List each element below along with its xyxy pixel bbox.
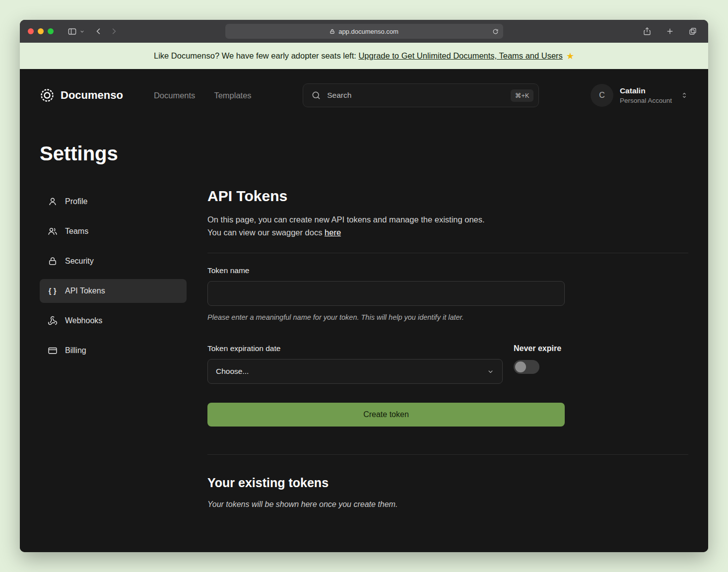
- nav-templates[interactable]: Templates: [214, 91, 251, 100]
- upgrade-link[interactable]: Upgrade to Get Unlimited Documents, Team…: [358, 51, 562, 61]
- search-icon: [311, 90, 321, 100]
- lock-icon: [330, 29, 335, 34]
- create-token-button[interactable]: Create token: [207, 403, 565, 427]
- reload-icon[interactable]: [492, 28, 499, 35]
- account-menu[interactable]: C Catalin Personal Account: [591, 84, 688, 107]
- sidebar-item-label: Profile: [65, 197, 87, 206]
- promo-text: Like Documenso? We have few early adopte…: [154, 51, 358, 61]
- divider: [207, 253, 688, 253]
- forward-button[interactable]: [106, 24, 121, 39]
- new-tab-icon[interactable]: [662, 24, 677, 39]
- divider: [207, 454, 688, 455]
- tab-overview-chevron-icon[interactable]: [79, 29, 86, 34]
- star-icon: ★: [566, 51, 574, 62]
- sidebar-item-webhooks[interactable]: Webhooks: [40, 309, 187, 333]
- avatar: C: [591, 84, 613, 107]
- expiration-selected-value: Choose...: [216, 367, 249, 376]
- address-bar[interactable]: app.documenso.com: [225, 24, 503, 39]
- sidebar-item-security[interactable]: Security: [40, 249, 187, 273]
- close-window-button[interactable]: [28, 28, 34, 34]
- app-header: Documenso Documents Templates Search ⌘+K…: [40, 69, 688, 122]
- webhook-icon: [48, 316, 58, 326]
- share-icon[interactable]: [640, 24, 655, 39]
- sidebar-item-label: Webhooks: [65, 316, 102, 325]
- url-text: app.documenso.com: [338, 28, 398, 35]
- brand-name: Documenso: [61, 89, 123, 102]
- token-name-input[interactable]: [207, 281, 565, 306]
- section-description: On this page, you can create new API tok…: [207, 214, 688, 239]
- search-shortcut-badge: ⌘+K: [511, 89, 533, 102]
- braces-icon: { }: [48, 287, 58, 295]
- expiration-select[interactable]: Choose...: [207, 359, 503, 384]
- chevron-down-icon: [487, 368, 494, 375]
- api-tokens-panel: API Tokens On this page, you can create …: [207, 190, 688, 509]
- sidebar-item-label: Security: [65, 257, 94, 266]
- minimize-window-button[interactable]: [38, 28, 44, 34]
- sidebar-item-billing[interactable]: Billing: [40, 339, 187, 362]
- back-button[interactable]: [91, 24, 106, 39]
- search-placeholder: Search: [327, 91, 351, 100]
- documenso-logo-icon: [40, 88, 55, 103]
- brand[interactable]: Documenso: [40, 88, 123, 103]
- browser-window: app.documenso.com Like Documenso? We hav…: [20, 20, 708, 552]
- chevrons-up-down-icon: [680, 91, 688, 99]
- user-icon: [48, 197, 58, 207]
- section-title: API Tokens: [207, 188, 688, 205]
- main-nav: Documents Templates: [154, 91, 252, 100]
- never-expire-toggle[interactable]: [514, 360, 539, 374]
- sidebar-item-api-tokens[interactable]: { } API Tokens: [40, 279, 187, 303]
- sidebar-item-label: Billing: [65, 346, 86, 355]
- sidebar-item-profile[interactable]: Profile: [40, 190, 187, 214]
- zoom-window-button[interactable]: [48, 28, 54, 34]
- sidebar-toggle-icon[interactable]: [65, 24, 79, 39]
- traffic-lights: [28, 28, 54, 34]
- browser-titlebar: app.documenso.com: [20, 20, 708, 43]
- user-account-type: Personal Account: [620, 97, 672, 104]
- credit-card-icon: [48, 346, 58, 356]
- token-name-help: Please enter a meaningful name for your …: [207, 313, 688, 321]
- sidebar-item-label: Teams: [65, 227, 88, 236]
- existing-tokens-title: Your existing tokens: [207, 476, 688, 490]
- token-name-label: Token name: [207, 266, 688, 275]
- search-input[interactable]: Search ⌘+K: [303, 83, 539, 107]
- nav-documents[interactable]: Documents: [154, 91, 195, 100]
- tab-overview-icon[interactable]: [685, 24, 700, 39]
- sidebar-item-label: API Tokens: [65, 286, 105, 295]
- users-icon: [48, 226, 58, 236]
- promo-banner: Like Documenso? We have few early adopte…: [20, 43, 708, 69]
- lock-icon: [48, 256, 58, 266]
- existing-tokens-empty-text: Your tokens will be shown here once you …: [207, 500, 688, 509]
- settings-sidebar: Profile Teams Security { } API Token: [40, 190, 187, 509]
- swagger-docs-link[interactable]: here: [325, 228, 341, 237]
- page-title: Settings: [40, 143, 688, 165]
- toggle-knob: [515, 361, 526, 372]
- app-content: Documenso Documents Templates Search ⌘+K…: [20, 69, 708, 552]
- expiration-label: Token expiration date: [207, 344, 503, 353]
- user-name: Catalin: [620, 86, 672, 95]
- sidebar-item-teams[interactable]: Teams: [40, 219, 187, 243]
- never-expire-label: Never expire: [514, 344, 561, 353]
